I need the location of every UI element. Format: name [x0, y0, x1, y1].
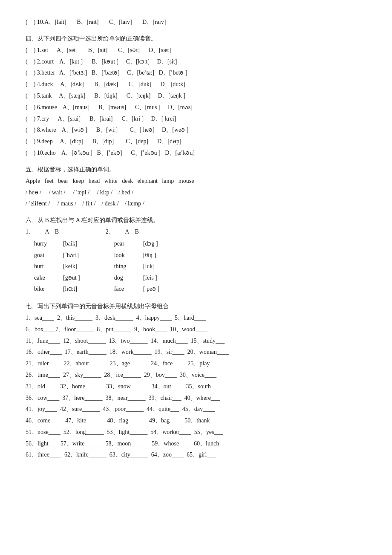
- section6-col2-row: dog[feis ]: [114, 272, 160, 284]
- phonetic: [luk]: [143, 261, 155, 272]
- phonetic: [dɔg ]: [143, 238, 158, 250]
- section7-title: 七、写出下列单词中的元音音标并用横线划出字母组合: [26, 303, 366, 310]
- word: dog: [114, 272, 136, 284]
- section5-phonetics: / beə / / wait / / ˈæpl / / ki:p / / hed…: [26, 188, 366, 209]
- section6-col2-row: pear[dɔg ]: [114, 238, 160, 250]
- section4-title: 四、从下列四个选项中选出所给单词的正确读音。: [26, 35, 366, 43]
- word: cake: [34, 272, 56, 284]
- section4-item: ( ) 7.cry A、[srai] B、[krai] C、[kri ] D、[…: [26, 114, 366, 124]
- section7-item: 61、three____ 62、knife______ 63、city_____…: [26, 450, 366, 460]
- phonetic: [θiŋ ]: [143, 250, 156, 261]
- section6-col2-row: face[ peə ]: [114, 283, 160, 295]
- section6-col2: 2、 A B pear[dɔg ]look[θiŋ ]thing[luk]dog…: [106, 227, 160, 295]
- section4-item: ( ) 8.where A、[wiə ] B、[wi:] C、[ heə] D、…: [26, 125, 366, 135]
- section5-words: Apple feet bear keep head white desk ele…: [26, 176, 366, 186]
- section6-col1-row: hurry[baik]: [34, 238, 80, 250]
- section6-col2-row: thing[luk]: [114, 261, 160, 272]
- phonetic: [baik]: [63, 238, 77, 250]
- section7-item: 21、ruler____ 22、about______ 23、age______…: [26, 358, 366, 369]
- section5-title: 五、根据音标，选择正确的单词。: [26, 166, 366, 173]
- section5-phonetic-line: / ˈelifənt / / maus / / fi:t / / desk / …: [26, 199, 366, 209]
- section7-item: 51、nose____ 52、long______ 53、light______…: [26, 427, 366, 437]
- q10-line: ( ) 10.A、[lait] B、[rait] C、[laiv] D、[rai…: [26, 17, 366, 27]
- section4-item: ( ) 6.mouse A、[maus] B、[məus] C、[mus ] D…: [26, 102, 366, 113]
- phonetic: [keik]: [63, 261, 77, 272]
- section5-phonetic-line: / beə / / wait / / ˈæpl / / ki:p / / hed…: [26, 188, 366, 198]
- section4-item: ( ) 1.set A、[set] B、[sit] C、[sət] D、[sæt…: [26, 45, 366, 55]
- section4-item: ( ) 2.court A、[kut ] B、[kəut ] C、[kɔ:t] …: [26, 57, 366, 67]
- section4-item: ( ) 3.better A、[ˈbetɜ:] B、[ˈbætə] C、[beˈ…: [26, 68, 366, 78]
- phonetic: [gəut ]: [63, 272, 80, 284]
- section7-item: 41、joy____ 42、sure______ 43、poor______ 4…: [26, 404, 366, 414]
- word: pear: [114, 238, 136, 250]
- section6-col2-row: look[θiŋ ]: [114, 250, 160, 261]
- phonetic: [ peə ]: [143, 283, 160, 295]
- section4-item: ( ) 9.deep A、[di:p] B、[dip] C、[dep] D、[d…: [26, 136, 366, 147]
- section6-col1-row: cake[gəut ]: [34, 272, 80, 284]
- word: hurry: [34, 238, 56, 250]
- phonetic: [ˈhʌri]: [63, 250, 79, 261]
- phonetic: [feis ]: [143, 272, 157, 284]
- section7-item: 16、other____ 17、earth______ 18、work_____…: [26, 347, 366, 357]
- word: hurt: [34, 261, 56, 272]
- word: face: [114, 283, 136, 295]
- section7-item: 56、light____57、write______ 58、moon______…: [26, 439, 366, 449]
- section7-item: 36、cow____ 37、here______ 38、near______ 3…: [26, 393, 366, 403]
- section6-col1: 1、 A B hurry[baik]goat[ˈhʌri]hurt[keik]c…: [26, 227, 80, 295]
- section7-item: 1、sea____ 2、this______ 3、desk______ 4、ha…: [26, 313, 366, 323]
- section4-item: ( ) 4.duck A、[dʌk] B、[dæk] C、[duk] D、[du…: [26, 79, 366, 90]
- section6-col1-row: bike[hɑ:t]: [34, 283, 80, 295]
- section4-items: ( ) 1.set A、[set] B、[sit] C、[sət] D、[sæt…: [26, 45, 366, 158]
- word: look: [114, 250, 136, 261]
- word: thing: [114, 261, 136, 272]
- section6-col1-row: hurt[keik]: [34, 261, 80, 272]
- section4-item: ( ) 5.tank A、[sæŋk] B、[tiŋk] C、[teŋk] D、…: [26, 91, 366, 101]
- section7-items: 1、sea____ 2、this______ 3、desk______ 4、ha…: [26, 313, 366, 460]
- section7-item: 26、time____ 27、sky______ 28、ice______ 29…: [26, 370, 366, 380]
- section6-col1-row: goat[ˈhʌri]: [34, 250, 80, 261]
- section7-item: 11、June____ 12、shoot______ 13、two______ …: [26, 336, 366, 346]
- section7-item: 31、old____ 32、home______ 33、snow______ 3…: [26, 382, 366, 392]
- phonetic: [hɑ:t]: [63, 283, 77, 295]
- section6-col2-header: 2、 A B: [106, 227, 160, 237]
- section6-title: 六、从 B 栏找出与 A 栏对应的单词或音标并连线。: [26, 217, 366, 224]
- section7-item: 46、come____ 47、kite______ 48、flag______ …: [26, 416, 366, 426]
- word: goat: [34, 250, 56, 261]
- section6-col1-header: 1、 A B: [26, 227, 80, 237]
- section7-item: 6、box____7、floor______ 8、put______ 9、boo…: [26, 324, 366, 335]
- word: bike: [34, 283, 56, 295]
- section4-item: ( ) 10.echo A、[əˈkəu ] B、[ˈekə] C、[ˈekəu…: [26, 148, 366, 158]
